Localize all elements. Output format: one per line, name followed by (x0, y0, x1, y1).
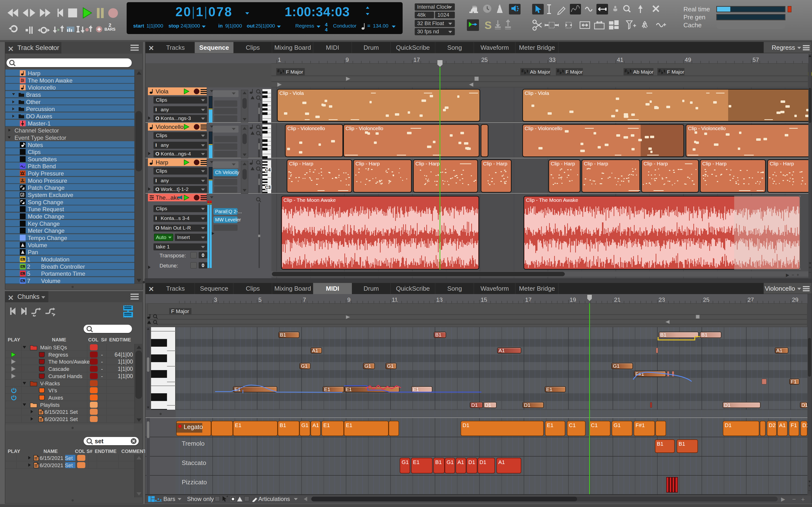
svg-text:♭: ♭ (280, 69, 282, 75)
svg-text:♭: ♭ (627, 69, 629, 75)
svg-text:S: S (485, 19, 492, 31)
svg-text:#: # (277, 68, 280, 73)
svg-text:♮: ♮ (283, 68, 284, 74)
svg-text:#: # (658, 68, 661, 73)
svg-text:#: # (624, 68, 627, 73)
svg-text:#: # (521, 68, 524, 73)
svg-text:#: # (557, 68, 559, 73)
svg-text:♭: ♭ (661, 69, 663, 75)
svg-text:♮: ♮ (630, 68, 631, 74)
svg-text:♭: ♭ (559, 69, 562, 75)
svg-text:♮: ♮ (526, 68, 528, 74)
svg-text:♭: ♭ (524, 69, 526, 75)
svg-text:♮: ♮ (664, 68, 665, 74)
svg-text:♮: ♮ (562, 68, 564, 74)
